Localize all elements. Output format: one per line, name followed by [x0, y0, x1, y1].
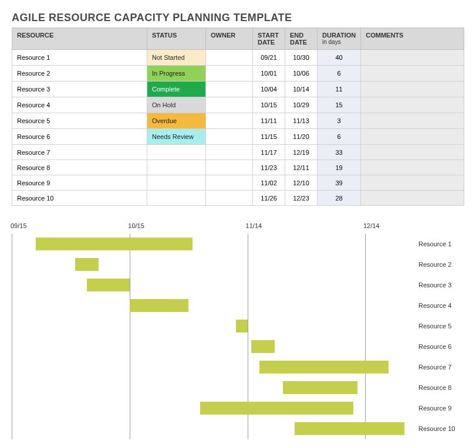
cell-end-date[interactable]: 12/23: [285, 191, 318, 206]
cell-status[interactable]: Overdue: [147, 113, 206, 129]
status-chip: Not Started: [147, 50, 205, 65]
gantt-row-label: Resource 7: [411, 357, 464, 378]
gantt-row: [12, 419, 411, 439]
cell-start-date[interactable]: 10/04: [253, 82, 285, 97]
gantt-date-label: 11/14: [246, 222, 262, 229]
cell-resource[interactable]: Resource 2: [12, 66, 147, 82]
cell-comments[interactable]: [361, 175, 464, 191]
cell-duration: 28: [318, 191, 361, 206]
cell-start-date[interactable]: 10/15: [253, 97, 285, 113]
header-duration: DURATION in days: [318, 28, 361, 50]
cell-owner[interactable]: [206, 145, 253, 160]
cell-start-date[interactable]: 11/26: [253, 191, 285, 206]
cell-status[interactable]: [147, 175, 206, 191]
cell-duration: 6: [318, 66, 361, 82]
cell-owner[interactable]: [206, 113, 253, 129]
gantt-bar: [283, 381, 357, 394]
cell-end-date[interactable]: 10/30: [285, 50, 318, 66]
cell-start-date[interactable]: 11/23: [253, 160, 285, 175]
cell-owner[interactable]: [206, 97, 253, 113]
cell-resource[interactable]: Resource 10: [12, 191, 147, 206]
table-row: Resource 4On Hold10/1510/2915: [12, 97, 464, 113]
cell-status[interactable]: [147, 191, 206, 206]
cell-resource[interactable]: Resource 5: [12, 113, 147, 129]
gantt-bar: [236, 320, 248, 332]
gantt-bar: [87, 279, 130, 291]
cell-duration: 6: [318, 129, 361, 145]
cell-duration: 33: [318, 145, 361, 160]
gantt-row: [12, 357, 411, 378]
table-row: Resource 1Not Started09/2110/3040: [12, 50, 464, 66]
cell-comments[interactable]: [361, 113, 464, 129]
cell-comments[interactable]: [361, 129, 464, 145]
cell-status[interactable]: Complete: [147, 82, 206, 97]
table-row: Resource 3Complete10/0410/1411: [12, 82, 464, 97]
cell-owner[interactable]: [206, 191, 253, 206]
gantt-row: [12, 296, 411, 316]
gantt-labels: Resource 1Resource 2Resource 3Resource 4…: [411, 234, 464, 439]
gantt-bar: [251, 340, 275, 353]
cell-end-date[interactable]: 10/14: [285, 82, 318, 97]
gantt-row: [12, 275, 411, 296]
cell-start-date[interactable]: 11/02: [253, 175, 285, 191]
gantt-row-label: Resource 2: [411, 254, 464, 275]
table-row: Resource 2In Progress10/0110/066: [12, 66, 464, 82]
table-row: Resource 711/1712/1933: [12, 145, 464, 160]
cell-status[interactable]: Not Started: [147, 50, 206, 66]
cell-duration: 15: [318, 97, 361, 113]
cell-resource[interactable]: Resource 9: [12, 175, 147, 191]
gantt-row: [12, 337, 411, 357]
gantt-bar: [295, 422, 404, 435]
gantt-row: [12, 254, 411, 275]
cell-resource[interactable]: Resource 4: [12, 97, 147, 113]
cell-end-date[interactable]: 10/06: [285, 66, 318, 82]
cell-start-date[interactable]: 11/15: [253, 129, 285, 145]
cell-comments[interactable]: [361, 66, 464, 82]
cell-end-date[interactable]: 12/10: [285, 175, 318, 191]
table-row: Resource 5Overdue11/1111/133: [12, 113, 464, 129]
cell-status[interactable]: Needs Review: [147, 129, 206, 145]
cell-owner[interactable]: [206, 66, 253, 82]
cell-owner[interactable]: [206, 82, 253, 97]
table-row: Resource 6Needs Review11/1511/206: [12, 129, 464, 145]
cell-end-date[interactable]: 11/20: [285, 129, 318, 145]
resource-table: RESOURCE STATUS OWNER START DATE END DAT…: [12, 28, 464, 206]
cell-comments[interactable]: [361, 145, 464, 160]
cell-status[interactable]: [147, 160, 206, 175]
page-title: AGILE RESOURCE CAPACITY PLANNING TEMPLAT…: [12, 12, 464, 24]
cell-owner[interactable]: [206, 160, 253, 175]
cell-resource[interactable]: Resource 7: [12, 145, 147, 160]
cell-owner[interactable]: [206, 175, 253, 191]
cell-comments[interactable]: [361, 160, 464, 175]
cell-start-date[interactable]: 10/01: [253, 66, 285, 82]
cell-comments[interactable]: [361, 97, 464, 113]
cell-resource[interactable]: Resource 6: [12, 129, 147, 145]
cell-end-date[interactable]: 11/13: [285, 113, 318, 129]
gantt-chart-area: [12, 234, 411, 439]
cell-resource[interactable]: Resource 3: [12, 82, 147, 97]
status-chip: Needs Review: [147, 129, 205, 144]
cell-status[interactable]: On Hold: [147, 97, 206, 113]
table-row: Resource 911/0212/1039: [12, 175, 464, 191]
cell-owner[interactable]: [206, 129, 253, 145]
cell-end-date[interactable]: 12/11: [285, 160, 318, 175]
gantt-row-label: Resource 1: [411, 234, 464, 254]
cell-status[interactable]: In Progress: [147, 66, 206, 82]
cell-resource[interactable]: Resource 1: [12, 50, 147, 66]
cell-comments[interactable]: [361, 191, 464, 206]
status-chip: On Hold: [147, 97, 205, 113]
cell-start-date[interactable]: 09/21: [253, 50, 285, 66]
gantt-row-label: Resource 3: [411, 275, 464, 296]
cell-end-date[interactable]: 12/19: [285, 145, 318, 160]
cell-end-date[interactable]: 10/29: [285, 97, 318, 113]
cell-resource[interactable]: Resource 8: [12, 160, 147, 175]
header-end: END DATE: [285, 28, 318, 50]
cell-status[interactable]: [147, 145, 206, 160]
cell-start-date[interactable]: 11/17: [253, 145, 285, 160]
cell-comments[interactable]: [361, 82, 464, 97]
cell-comments[interactable]: [361, 50, 464, 66]
cell-owner[interactable]: [206, 50, 253, 66]
cell-start-date[interactable]: 11/11: [253, 113, 285, 129]
cell-duration: 19: [318, 160, 361, 175]
table-row: Resource 811/2312/1119: [12, 160, 464, 175]
